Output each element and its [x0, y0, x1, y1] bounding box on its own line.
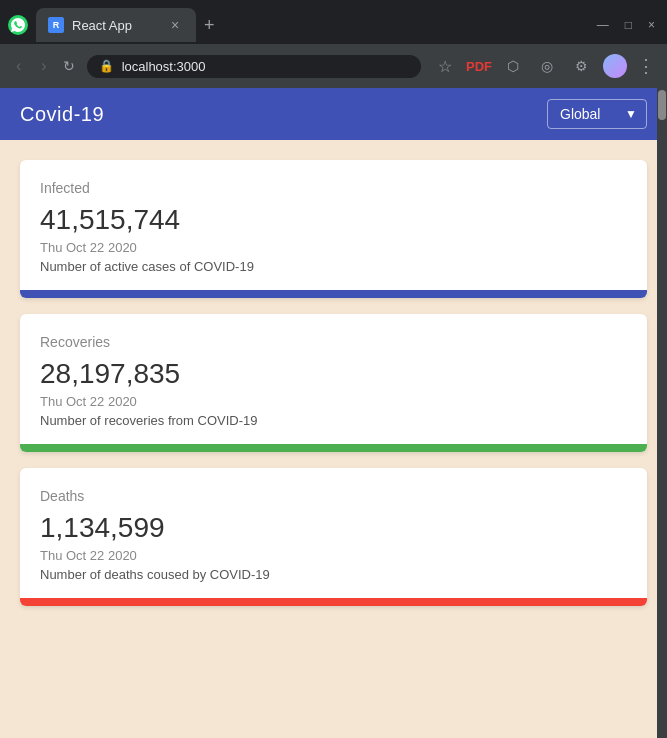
- refresh-button[interactable]: ↻: [63, 58, 75, 74]
- region-dropdown-container: Global USA UK India ▼: [547, 99, 647, 129]
- puzzle-icon[interactable]: ⚙: [569, 54, 593, 78]
- scrollbar[interactable]: [657, 88, 667, 738]
- recoveries-date: Thu Oct 22 2020: [40, 394, 627, 409]
- extension-icon-1[interactable]: ⬡: [501, 54, 525, 78]
- deaths-label: Deaths: [40, 488, 627, 504]
- deaths-date: Thu Oct 22 2020: [40, 548, 627, 563]
- infected-value: 41,515,744: [40, 204, 627, 236]
- infected-label: Infected: [40, 180, 627, 196]
- minimize-button[interactable]: —: [597, 18, 609, 32]
- deaths-card: Deaths 1,134,599 Thu Oct 22 2020 Number …: [20, 468, 647, 606]
- back-button[interactable]: ‹: [12, 55, 25, 77]
- deaths-value: 1,134,599: [40, 512, 627, 544]
- infected-date: Thu Oct 22 2020: [40, 240, 627, 255]
- deaths-bar: [20, 598, 647, 606]
- star-icon[interactable]: ☆: [433, 54, 457, 78]
- app-content: Covid-19 Global USA UK India ▼ Infected …: [0, 88, 667, 738]
- app-main: Infected 41,515,744 Thu Oct 22 2020 Numb…: [0, 140, 667, 738]
- extension-icon-2[interactable]: ◎: [535, 54, 559, 78]
- active-tab[interactable]: R React App ×: [36, 8, 196, 42]
- whatsapp-icon: [8, 15, 28, 35]
- tab-favicon: R: [48, 17, 64, 33]
- profile-avatar[interactable]: [603, 54, 627, 78]
- maximize-button[interactable]: □: [625, 18, 632, 32]
- lock-icon: 🔒: [99, 59, 114, 73]
- infected-description: Number of active cases of COVID-19: [40, 259, 627, 274]
- recoveries-bar: [20, 444, 647, 452]
- infected-bar: [20, 290, 647, 298]
- forward-button[interactable]: ›: [37, 55, 50, 77]
- recoveries-value: 28,197,835: [40, 358, 627, 390]
- tab-bar: R React App × + — □ ×: [0, 0, 667, 44]
- toolbar-icons: ☆ PDF ⬡ ◎ ⚙ ⋮: [433, 54, 655, 78]
- url-bar[interactable]: 🔒 localhost:3000: [87, 55, 421, 78]
- address-bar: ‹ › ↻ 🔒 localhost:3000 ☆ PDF ⬡ ◎ ⚙ ⋮: [0, 44, 667, 88]
- menu-icon[interactable]: ⋮: [637, 55, 655, 77]
- app-header: Covid-19 Global USA UK India ▼: [0, 88, 667, 140]
- browser-chrome: R React App × + — □ × ‹ › ↻ 🔒 localhost:…: [0, 0, 667, 88]
- url-text: localhost:3000: [122, 59, 206, 74]
- pdf-icon[interactable]: PDF: [467, 54, 491, 78]
- region-dropdown[interactable]: Global USA UK India: [547, 99, 647, 129]
- app-title: Covid-19: [20, 103, 104, 126]
- recoveries-description: Number of recoveries from COVID-19: [40, 413, 627, 428]
- tab-title: React App: [72, 18, 158, 33]
- close-window-button[interactable]: ×: [648, 18, 655, 32]
- scrollbar-thumb[interactable]: [658, 90, 666, 120]
- infected-card: Infected 41,515,744 Thu Oct 22 2020 Numb…: [20, 160, 647, 298]
- deaths-description: Number of deaths coused by COVID-19: [40, 567, 627, 582]
- tab-close-button[interactable]: ×: [166, 16, 184, 34]
- window-controls: — □ ×: [597, 18, 659, 32]
- recoveries-label: Recoveries: [40, 334, 627, 350]
- new-tab-button[interactable]: +: [204, 15, 215, 36]
- recoveries-card: Recoveries 28,197,835 Thu Oct 22 2020 Nu…: [20, 314, 647, 452]
